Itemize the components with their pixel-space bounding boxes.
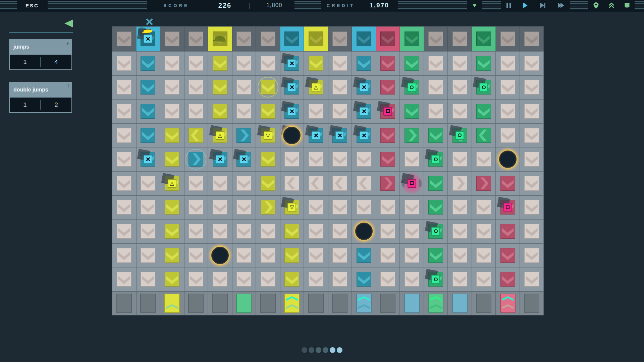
grid-cell-r9c10[interactable] <box>328 243 352 267</box>
pagination-dot-5[interactable] <box>330 347 335 353</box>
grid-cell-r8c2[interactable] <box>136 219 160 243</box>
grid-cell-r4c11[interactable] <box>352 123 376 147</box>
grid-cell-r10c17[interactable] <box>496 267 520 291</box>
grid-cell-r2c11[interactable] <box>352 75 376 100</box>
grid-cell-r2c1[interactable] <box>112 75 136 100</box>
grid-cell-r6c3[interactable]: △ <box>160 171 184 195</box>
grid-cell-r2c17[interactable] <box>496 75 520 100</box>
grid-cell-r1c7[interactable] <box>256 51 280 75</box>
grid-cell-r3c16[interactable] <box>472 99 496 123</box>
slot-cell-c14[interactable] <box>424 291 448 315</box>
grid-cell-r3c8[interactable] <box>280 99 304 123</box>
grid-cell-r5c13[interactable] <box>400 147 424 171</box>
grid-cell-r9c13[interactable] <box>400 243 424 267</box>
grid-cell-r1c13[interactable] <box>400 51 424 75</box>
slot-cell-c10[interactable] <box>328 291 352 315</box>
grid-cell-r8c11[interactable] <box>352 219 376 243</box>
grid-cell-r10c4[interactable] <box>184 267 208 291</box>
grid-cell-r4c15[interactable] <box>448 123 472 147</box>
grid-cell-r4c18[interactable] <box>520 123 544 147</box>
close-x-icon[interactable] <box>145 18 153 26</box>
grid-cell-r2c18[interactable] <box>520 75 544 100</box>
location-button[interactable] <box>588 0 604 11</box>
grid-cell-r1c16[interactable] <box>472 51 496 75</box>
grid-cell-r2c3[interactable] <box>160 75 184 100</box>
slot-cell-c17[interactable] <box>496 291 520 315</box>
grid-cell-r7c13[interactable] <box>400 195 424 220</box>
grid-cell-r2c2[interactable] <box>136 75 160 100</box>
grid-cell-r0c10[interactable] <box>328 26 352 51</box>
grid-cell-r2c15[interactable] <box>448 75 472 100</box>
grid-cell-r6c1[interactable] <box>112 171 136 195</box>
grid-cell-r10c12[interactable] <box>376 267 400 291</box>
slot-cell-c15[interactable] <box>448 291 472 315</box>
grid-cell-r0c5[interactable] <box>208 26 232 51</box>
grid-cell-r3c7[interactable] <box>256 99 280 123</box>
grid-cell-r7c6[interactable] <box>232 195 256 220</box>
grid-cell-r8c3[interactable] <box>160 219 184 243</box>
boost-button[interactable] <box>604 0 619 11</box>
grid-cell-r7c17[interactable] <box>496 195 520 220</box>
grid-cell-r0c3[interactable] <box>160 26 184 51</box>
grid-cell-r1c8[interactable] <box>280 51 304 75</box>
grid-cell-r0c4[interactable] <box>184 26 208 51</box>
grid-cell-r1c17[interactable] <box>496 51 520 75</box>
grid-cell-r3c3[interactable] <box>160 99 184 123</box>
grid-cell-r10c16[interactable] <box>472 267 496 291</box>
grid-cell-r5c17[interactable] <box>496 147 520 171</box>
grid-cell-r4c14[interactable] <box>424 123 448 147</box>
slot-cell-c3[interactable] <box>160 291 184 315</box>
grid-cell-r1c6[interactable] <box>232 51 256 75</box>
grid-cell-r8c12[interactable] <box>376 219 400 243</box>
slot-cell-c5[interactable] <box>208 291 232 315</box>
slot-cell-c12[interactable] <box>376 291 400 315</box>
grid-cell-r0c8[interactable] <box>280 26 304 51</box>
grid-cell-r10c10[interactable] <box>328 267 352 291</box>
pagination-dot-3[interactable] <box>316 347 321 353</box>
grid-cell-r0c18[interactable] <box>520 26 544 51</box>
grid-cell-r7c2[interactable] <box>136 195 160 220</box>
slot-cell-c18[interactable] <box>520 291 544 315</box>
grid-cell-r0c16[interactable] <box>472 26 496 51</box>
grid-cell-r1c14[interactable] <box>424 51 448 75</box>
grid-cell-r9c17[interactable] <box>496 243 520 267</box>
grid-cell-r7c8[interactable]: ▽ <box>280 195 304 220</box>
grid-cell-r7c10[interactable] <box>328 195 352 220</box>
grid-cell-r4c2[interactable] <box>136 123 160 147</box>
grid-cell-r8c8[interactable] <box>280 219 304 243</box>
grid-cell-r1c18[interactable] <box>520 51 544 75</box>
grid-cell-r1c2[interactable] <box>136 51 160 75</box>
grid-cell-r6c12[interactable] <box>376 171 400 195</box>
grid-cell-r4c12[interactable] <box>376 123 400 147</box>
grid-cell-r6c2[interactable] <box>136 171 160 195</box>
grid-cell-r3c18[interactable] <box>520 99 544 123</box>
grid-cell-r6c18[interactable] <box>520 171 544 195</box>
grid-cell-r9c3[interactable] <box>160 243 184 267</box>
grid-cell-r2c6[interactable] <box>232 75 256 100</box>
grid-cell-r4c1[interactable] <box>112 123 136 147</box>
grid-cell-r7c3[interactable] <box>160 195 184 220</box>
slot-cell-c4[interactable] <box>184 291 208 315</box>
slot-cell-c2[interactable] <box>136 291 160 315</box>
skip-next-button[interactable] <box>534 0 551 11</box>
grid-cell-r2c13[interactable] <box>400 75 424 100</box>
fast-forward-button[interactable] <box>551 0 570 11</box>
grid-cell-r6c5[interactable] <box>208 171 232 195</box>
grid-cell-r6c13[interactable] <box>400 171 424 195</box>
grid-cell-r10c8[interactable] <box>280 267 304 291</box>
grid-cell-r0c12[interactable] <box>376 26 400 51</box>
grid-cell-r5c5[interactable] <box>208 147 232 171</box>
pause-button[interactable] <box>501 0 517 11</box>
grid-cell-r10c1[interactable] <box>112 267 136 291</box>
grid-cell-r4c5[interactable]: △ <box>208 123 232 147</box>
grid-cell-r4c16[interactable] <box>472 123 496 147</box>
grid-cell-r1c11[interactable] <box>352 51 376 75</box>
grid-cell-r9c15[interactable] <box>448 243 472 267</box>
slot-cell-c11[interactable] <box>352 291 376 315</box>
grid-cell-r0c9[interactable] <box>304 26 328 51</box>
grid-cell-r5c16[interactable] <box>472 147 496 171</box>
grid-cell-r3c14[interactable] <box>424 99 448 123</box>
grid-cell-r6c4[interactable] <box>184 171 208 195</box>
grid-cell-r6c11[interactable] <box>352 171 376 195</box>
grid-cell-r0c17[interactable] <box>496 26 520 51</box>
